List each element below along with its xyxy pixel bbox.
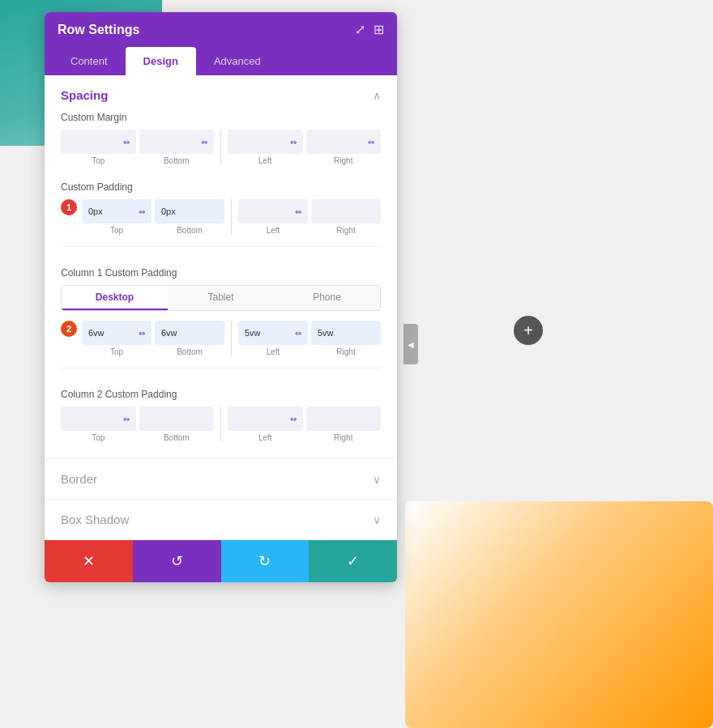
margin-input-row: ⇔ Top ⇔ Bottom xyxy=(61,130,381,165)
col2-top-label: Top xyxy=(92,433,105,442)
margin-left-field: ⇔ Left xyxy=(228,130,303,165)
padding-right-field: Right xyxy=(311,199,381,235)
add-element-button[interactable]: + xyxy=(514,316,543,345)
panel-tabs: Content Design Advanced xyxy=(45,47,397,75)
device-tab-desktop[interactable]: Desktop xyxy=(62,286,168,310)
margin-top-field: ⇔ Top xyxy=(61,130,136,165)
redo-button[interactable]: ↻ xyxy=(221,540,310,582)
margin-left-label: Left xyxy=(258,156,272,165)
col1-divider xyxy=(231,321,232,356)
tab-advanced[interactable]: Advanced xyxy=(196,47,279,75)
custom-margin-label: Custom Margin xyxy=(61,112,381,123)
orange-gradient xyxy=(405,501,713,728)
border-toggle-icon[interactable]: ∨ xyxy=(373,473,381,486)
col1-bottom-input[interactable]: 6vw xyxy=(155,321,224,345)
col1-row-with-badge: 2 6vw ⇔ Top xyxy=(61,321,381,360)
tab-design[interactable]: Design xyxy=(126,47,196,75)
spacing-section-header[interactable]: Spacing ∧ xyxy=(61,88,381,102)
row-settings-panel: Row Settings ⤢ ⊞ Content Design Advanced… xyxy=(45,12,397,582)
col1-device-tabs: Desktop Tablet Phone xyxy=(61,285,381,311)
border-title: Border xyxy=(61,472,97,486)
boxshadow-section-header[interactable]: Box Shadow ∨ xyxy=(61,513,381,526)
padding-left-label: Left xyxy=(267,226,280,235)
margin-left-input[interactable]: ⇔ xyxy=(228,130,303,154)
col2-right-input[interactable] xyxy=(306,407,382,431)
padding-right-input[interactable] xyxy=(311,199,381,224)
device-tab-tablet[interactable]: Tablet xyxy=(168,286,274,310)
margin-left-right-pair: ⇔ Left ⇔ Right xyxy=(228,130,381,165)
border-section-header[interactable]: Border ∨ xyxy=(61,472,381,486)
panel-footer: ✕ ↺ ↻ ✓ xyxy=(45,540,397,582)
tab-content[interactable]: Content xyxy=(53,47,126,75)
col2-top-input[interactable]: ⇔ xyxy=(61,407,136,431)
col2-right-label: Right xyxy=(334,433,352,442)
spacing-toggle-icon[interactable]: ∧ xyxy=(373,89,381,102)
padding-row-with-badge: 1 0px ⇔ Top xyxy=(61,199,381,238)
col1-left-link-icon[interactable]: ⇔ xyxy=(295,329,301,338)
padding-left-right-pair: ⇔ Left Right xyxy=(238,199,381,235)
spacing-title: Spacing xyxy=(61,88,108,102)
margin-left-link-icon[interactable]: ⇔ xyxy=(290,138,297,147)
padding-top-field: 0px ⇔ Top xyxy=(82,199,152,235)
columns-icon[interactable]: ⊞ xyxy=(374,22,384,37)
undo-button[interactable]: ↺ xyxy=(133,540,221,582)
padding-bottom-input[interactable]: 0px xyxy=(155,199,224,224)
col1-right-label: Right xyxy=(336,347,355,356)
custom-padding-group: Custom Padding 1 0px ⇔ xyxy=(61,181,381,238)
col2-input-row: ⇔ Top Bottom xyxy=(61,407,381,442)
boxshadow-section: Box Shadow ∨ xyxy=(45,500,397,540)
col2-left-field: ⇔ Left xyxy=(228,407,303,442)
margin-top-input[interactable]: ⇔ xyxy=(61,130,136,154)
margin-right-input[interactable]: ⇔ xyxy=(306,130,382,154)
col1-padding-label: Column 1 Custom Padding xyxy=(61,267,381,279)
col1-input-row: 6vw ⇔ Top 6vw B xyxy=(82,321,381,356)
padding-left-input[interactable]: ⇔ xyxy=(238,199,308,224)
device-tab-phone[interactable]: Phone xyxy=(274,286,380,310)
margin-divider xyxy=(220,130,221,165)
margin-top-bottom-pair: ⇔ Top ⇔ Bottom xyxy=(61,130,214,165)
padding-bottom-value: 0px xyxy=(161,206,176,216)
undo-icon: ↺ xyxy=(171,552,183,570)
col1-left-field: 5vw ⇔ Left xyxy=(238,321,308,356)
padding-top-label: Top xyxy=(110,226,123,235)
padding-top-bottom-pair: 0px ⇔ Top 0px B xyxy=(82,199,224,235)
padding-link-icon[interactable]: ⇔ xyxy=(139,207,145,216)
col2-padding-label: Column 2 Custom Padding xyxy=(61,389,381,400)
margin-right-label: Right xyxy=(334,156,352,165)
col1-top-link-icon[interactable]: ⇔ xyxy=(139,329,145,338)
col2-left-input[interactable]: ⇔ xyxy=(228,407,303,431)
col1-top-field: 6vw ⇔ Top xyxy=(82,321,152,356)
col1-top-input[interactable]: 6vw ⇔ xyxy=(82,321,152,345)
col2-bottom-field: Bottom xyxy=(139,407,215,442)
boxshadow-toggle-icon[interactable]: ∨ xyxy=(373,513,381,526)
col2-divider xyxy=(220,407,221,442)
padding-left-link-icon[interactable]: ⇔ xyxy=(295,207,301,216)
expand-icon[interactable]: ⤢ xyxy=(355,22,365,37)
margin-top-link-icon[interactable]: ⇔ xyxy=(123,138,130,147)
save-button[interactable]: ✓ xyxy=(309,540,397,582)
panel-resize-handle[interactable]: ◀ xyxy=(403,324,418,364)
cancel-button[interactable]: ✕ xyxy=(45,540,133,582)
spacing-section: Spacing ∧ Custom Margin ⇔ xyxy=(45,75,397,459)
spacing-content: Custom Margin ⇔ Top xyxy=(61,112,381,442)
padding-top-input[interactable]: 0px ⇔ xyxy=(82,199,152,224)
margin-bottom-link-icon[interactable]: ⇔ xyxy=(201,138,207,147)
col2-left-right-pair: ⇔ Left Right xyxy=(228,407,381,442)
padding-right-label: Right xyxy=(336,226,355,235)
panel-title: Row Settings xyxy=(58,23,139,37)
col2-top-bottom-pair: ⇔ Top Bottom xyxy=(61,407,214,442)
padding-left-field: ⇔ Left xyxy=(238,199,308,235)
margin-right-link-icon[interactable]: ⇔ xyxy=(368,138,374,147)
col1-left-input[interactable]: 5vw ⇔ xyxy=(238,321,308,345)
col1-right-input[interactable]: 5vw xyxy=(311,321,381,345)
redo-icon: ↻ xyxy=(258,552,271,570)
col2-bottom-input[interactable] xyxy=(139,407,215,431)
col2-bottom-label: Bottom xyxy=(164,433,190,442)
col2-left-link-icon[interactable]: ⇔ xyxy=(290,415,297,424)
margin-bottom-label: Bottom xyxy=(164,156,190,165)
col2-top-link-icon[interactable]: ⇔ xyxy=(123,415,130,424)
col1-bottom-label: Bottom xyxy=(177,347,203,356)
margin-bottom-input[interactable]: ⇔ xyxy=(139,130,215,154)
panel-body: Spacing ∧ Custom Margin ⇔ xyxy=(45,75,397,540)
col1-left-right-pair: 5vw ⇔ Left 5vw xyxy=(238,321,381,356)
